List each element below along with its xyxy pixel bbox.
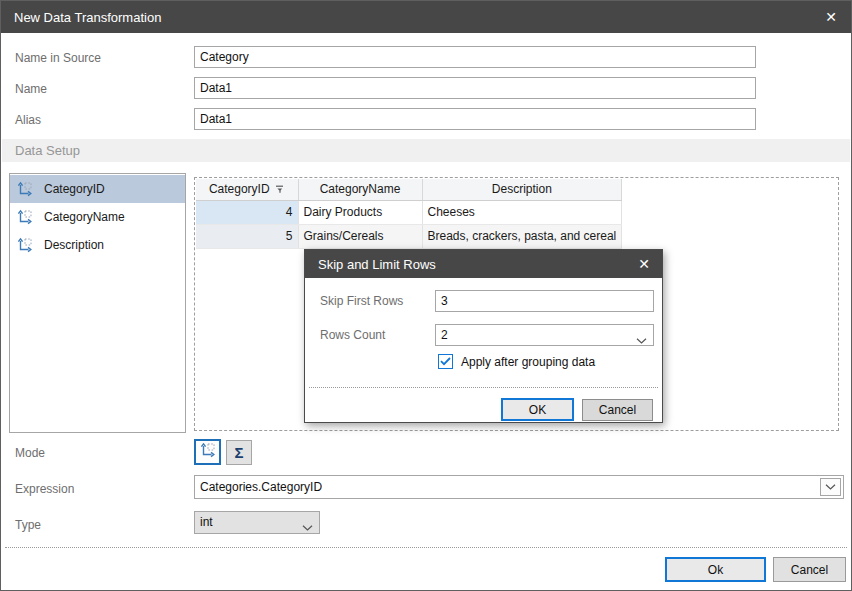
cell-description: Breads, crackers, pasta, and cereal — [422, 224, 622, 248]
modal-cancel-button[interactable]: Cancel — [582, 399, 653, 421]
cell-categoryname: Grains/Cereals — [298, 224, 422, 248]
skip-first-rows-input[interactable] — [435, 290, 654, 312]
footer-separator — [5, 547, 847, 548]
rows-count-label: Rows Count — [320, 328, 385, 342]
type-value: int — [200, 515, 213, 529]
name-label: Name — [15, 82, 47, 96]
mode-dimension-button[interactable] — [194, 439, 221, 465]
column-header-categoryname[interactable]: CategoryName — [298, 179, 422, 200]
alias-label: Alias — [15, 113, 41, 127]
chevron-down-icon[interactable] — [636, 333, 647, 347]
chevron-down-icon — [825, 484, 836, 490]
window-title: New Data Transformation — [1, 10, 811, 25]
titlebar: New Data Transformation ✕ — [1, 1, 851, 33]
expression-label: Expression — [15, 482, 74, 496]
mode-label: Mode — [15, 446, 45, 460]
cell-categoryid: 4 — [196, 200, 298, 224]
cell-categoryname: Dairy Products — [298, 200, 422, 224]
apply-after-grouping-label: Apply after grouping data — [461, 355, 595, 369]
chevron-down-icon[interactable] — [302, 520, 313, 534]
field-list-item-description[interactable]: Description — [10, 231, 185, 259]
data-setup-title: Data Setup — [15, 143, 80, 158]
axis-dimension-icon — [199, 442, 216, 462]
data-setup-section-header: Data Setup — [2, 139, 850, 162]
mode-aggregate-button[interactable]: Σ — [226, 440, 252, 465]
axis-dimension-icon — [16, 209, 33, 226]
axis-dimension-icon — [16, 237, 33, 254]
new-data-transformation-dialog: New Data Transformation ✕ Name in Source… — [0, 0, 852, 591]
field-list-label: CategoryName — [44, 210, 125, 224]
skip-first-rows-label: Skip First Rows — [320, 294, 403, 308]
filter-icon[interactable] — [275, 183, 285, 197]
name-in-source-label: Name in Source — [15, 51, 101, 65]
axis-dimension-icon — [16, 181, 33, 198]
expression-value: Categories.CategoryID — [200, 480, 322, 494]
grid-header-row: CategoryID CategoryName Description — [196, 179, 622, 200]
cancel-button[interactable]: Cancel — [773, 557, 846, 582]
type-combobox[interactable]: int — [194, 511, 320, 534]
cell-categoryid: 5 — [196, 224, 298, 248]
expression-combobox[interactable]: Categories.CategoryID — [194, 475, 844, 499]
expression-dropdown-button[interactable] — [820, 478, 841, 496]
name-in-source-input[interactable] — [194, 46, 756, 68]
rows-count-combobox[interactable]: 2 — [435, 324, 654, 346]
close-icon[interactable]: ✕ — [811, 1, 851, 33]
field-list-item-categoryname[interactable]: CategoryName — [10, 203, 185, 231]
modal-titlebar: Skip and Limit Rows ✕ — [305, 250, 662, 278]
cell-description: Cheeses — [422, 200, 622, 224]
skip-and-limit-rows-dialog: Skip and Limit Rows ✕ Skip First Rows Ro… — [304, 249, 663, 423]
modal-ok-button[interactable]: OK — [501, 398, 574, 421]
modal-separator — [309, 387, 658, 388]
column-header-categoryid[interactable]: CategoryID — [196, 179, 298, 200]
ok-button[interactable]: Ok — [665, 557, 766, 582]
name-input[interactable] — [194, 77, 756, 99]
rows-count-value: 2 — [441, 328, 448, 342]
grid-row[interactable]: 5 Grains/Cereals Breads, crackers, pasta… — [196, 224, 622, 248]
grid-row[interactable]: 4 Dairy Products Cheeses — [196, 200, 622, 224]
type-label: Type — [15, 518, 41, 532]
column-header-description[interactable]: Description — [422, 179, 622, 200]
data-preview-grid: CategoryID CategoryName Description 4 Da… — [196, 179, 622, 249]
modal-close-icon[interactable]: ✕ — [626, 250, 662, 278]
apply-after-grouping-checkbox[interactable] — [438, 354, 453, 369]
alias-input[interactable] — [194, 108, 756, 130]
modal-title: Skip and Limit Rows — [305, 257, 626, 272]
field-list-label: CategoryID — [44, 182, 105, 196]
sigma-icon: Σ — [234, 445, 243, 460]
field-list-label: Description — [44, 238, 104, 252]
field-list-item-categoryid[interactable]: CategoryID — [10, 175, 185, 203]
field-listbox: CategoryID CategoryName — [9, 173, 186, 433]
check-icon — [440, 357, 451, 366]
